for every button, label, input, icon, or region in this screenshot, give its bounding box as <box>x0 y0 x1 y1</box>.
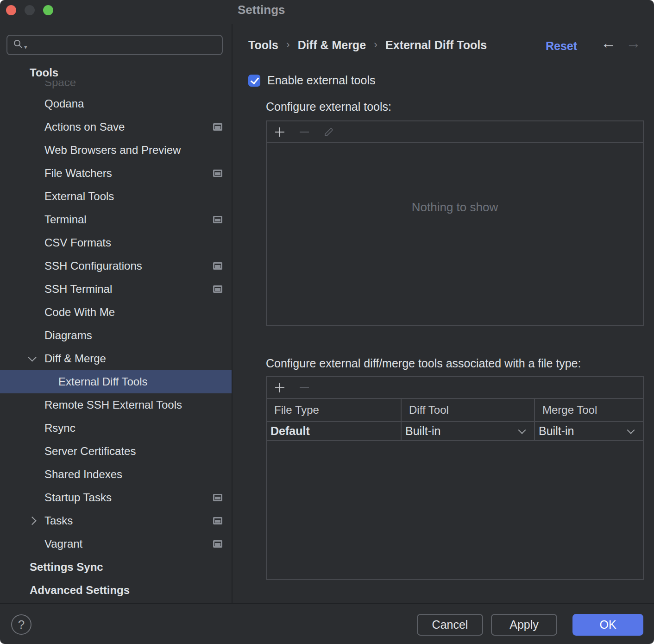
sidebar-item-terminal[interactable]: Terminal <box>0 208 232 231</box>
project-screen-icon <box>213 494 222 501</box>
project-screen-icon <box>213 285 222 293</box>
window-zoom-button[interactable] <box>43 5 53 15</box>
footer-divider <box>0 603 654 604</box>
sidebar-item-external-tools[interactable]: External Tools <box>0 185 232 208</box>
sidebar-item-qodana[interactable]: Qodana <box>0 92 232 115</box>
sidebar-item-label: SSH Terminal <box>44 283 112 296</box>
sidebar-item-label: File Watchers <box>44 167 112 180</box>
breadcrumb-item-tools[interactable]: Tools <box>248 38 278 52</box>
sidebar-item-label: External Diff Tools <box>58 375 148 388</box>
sidebar-item-label: External Tools <box>44 190 114 203</box>
sidebar-item-label: Startup Tasks <box>44 491 112 504</box>
sidebar-item-label: Remote SSH External Tools <box>44 398 182 411</box>
diff-tool-dropdown[interactable]: Built-in <box>401 422 534 440</box>
sidebar-item-label: Server Certificates <box>44 445 136 458</box>
project-screen-icon <box>213 216 222 223</box>
chevron-down-icon <box>627 426 635 434</box>
remove-button[interactable] <box>298 382 310 394</box>
sidebar-item-code-with-me[interactable]: Code With Me <box>0 301 232 324</box>
window-close-button[interactable] <box>6 5 16 15</box>
sidebar-tree: ToolsSpaceQodanaActions on SaveWeb Brows… <box>0 65 232 602</box>
project-screen-icon <box>213 540 222 548</box>
sidebar-item-ssh-configurations[interactable]: SSH Configurations <box>0 254 232 278</box>
column-header-file-type: File Type <box>267 399 401 421</box>
breadcrumb: Tools›Diff & Merge›External Diff Tools <box>248 38 487 52</box>
sidebar-item-label: Shared Indexes <box>44 468 122 481</box>
edit-button[interactable] <box>323 126 335 138</box>
table-row: DefaultBuilt-inBuilt-in <box>267 422 643 441</box>
breadcrumb-item-diff-merge[interactable]: Diff & Merge <box>298 38 366 52</box>
project-screen-icon <box>213 517 222 524</box>
sidebar-item-vagrant[interactable]: Vagrant <box>0 532 232 556</box>
table-header-row: File TypeDiff ToolMerge Tool <box>267 399 643 422</box>
sidebar-item-diff-merge[interactable]: Diff & Merge <box>0 347 232 370</box>
sidebar-item-shared-indexes[interactable]: Shared Indexes <box>0 463 232 486</box>
reset-link[interactable]: Reset <box>546 39 577 53</box>
sidebar-item-label: Diff & Merge <box>44 352 106 365</box>
back-arrow-icon[interactable]: ← <box>601 34 616 52</box>
sidebar-item-label: Advanced Settings <box>30 584 130 597</box>
sidebar-item-ssh-terminal[interactable]: SSH Terminal <box>0 278 232 301</box>
search-input[interactable] <box>29 38 222 51</box>
enable-external-tools-label: Enable external tools <box>267 74 375 87</box>
sidebar-item-label: Code With Me <box>44 306 115 319</box>
cell-value: Built-in <box>405 424 440 438</box>
external-tools-toolbar <box>267 121 643 143</box>
help-icon: ? <box>18 618 25 632</box>
project-screen-icon <box>213 123 222 131</box>
column-header-merge-tool: Merge Tool <box>534 399 643 421</box>
remove-button[interactable] <box>298 126 310 138</box>
sidebar-item-remote-ssh-external-tools[interactable]: Remote SSH External Tools <box>0 393 232 417</box>
sidebar-item-space[interactable]: Space <box>0 81 232 92</box>
sidebar-item-tools[interactable]: Tools <box>0 65 232 81</box>
window-minimize-button[interactable] <box>25 5 35 15</box>
configure-external-tools-label: Configure external tools: <box>266 100 391 114</box>
sidebar-item-rsync[interactable]: Rsync <box>0 417 232 440</box>
file-type-toolbar <box>267 377 643 399</box>
cell-value: Built-in <box>539 424 574 438</box>
column-header-diff-tool: Diff Tool <box>401 399 534 421</box>
ok-button[interactable]: OK <box>572 614 643 636</box>
sidebar-item-server-certificates[interactable]: Server Certificates <box>0 440 232 463</box>
sidebar-item-web-browsers-and-preview[interactable]: Web Browsers and Preview <box>0 139 232 162</box>
sidebar-item-label: CSV Formats <box>44 236 111 249</box>
sidebar-item-settings-sync[interactable]: Settings Sync <box>0 556 232 579</box>
breadcrumb-separator-icon: › <box>286 38 290 51</box>
breadcrumb-separator-icon: › <box>374 38 377 51</box>
empty-list-text: Nothing to show <box>267 200 643 215</box>
chevron-down-icon[interactable] <box>28 353 36 361</box>
merge-tool-dropdown[interactable]: Built-in <box>534 422 643 440</box>
sidebar-item-actions-on-save[interactable]: Actions on Save <box>0 115 232 139</box>
add-button[interactable] <box>274 126 286 138</box>
sidebar-item-diagrams[interactable]: Diagrams <box>0 324 232 347</box>
sidebar-item-label: Settings Sync <box>30 561 103 574</box>
sidebar-item-label: Tools <box>30 66 58 79</box>
sidebar-item-label: Tasks <box>44 514 73 527</box>
file-type-tools-panel: File TypeDiff ToolMerge Tool DefaultBuil… <box>266 376 644 580</box>
add-button[interactable] <box>274 382 286 394</box>
sidebar-item-tasks[interactable]: Tasks <box>0 509 232 532</box>
enable-external-tools-checkbox[interactable] <box>248 75 260 87</box>
table-body: DefaultBuilt-inBuilt-in <box>267 422 643 441</box>
sidebar-item-label: Rsync <box>44 422 75 435</box>
sidebar-item-startup-tasks[interactable]: Startup Tasks <box>0 486 232 509</box>
search-icon <box>13 38 24 51</box>
sidebar-item-label: Web Browsers and Preview <box>44 144 181 157</box>
cancel-button[interactable]: Cancel <box>417 614 483 636</box>
breadcrumb-item-external-diff-tools[interactable]: External Diff Tools <box>385 38 487 52</box>
chevron-down-icon <box>518 426 526 434</box>
sidebar-item-label: SSH Configurations <box>44 259 142 272</box>
sidebar-item-label: Terminal <box>44 213 87 226</box>
search-history-caret-icon[interactable]: ▾ <box>24 44 27 51</box>
sidebar-item-label: Actions on Save <box>44 120 125 133</box>
sidebar-item-csv-formats[interactable]: CSV Formats <box>0 231 232 254</box>
chevron-right-icon[interactable] <box>28 517 36 525</box>
sidebar-item-advanced-settings[interactable]: Advanced Settings <box>0 579 232 602</box>
settings-search-field[interactable]: ▾ <box>6 35 223 55</box>
apply-button[interactable]: Apply <box>491 614 557 636</box>
project-screen-icon <box>213 170 222 177</box>
sidebar-item-label: Qodana <box>44 97 84 110</box>
help-button[interactable]: ? <box>11 614 31 635</box>
sidebar-item-external-diff-tools[interactable]: External Diff Tools <box>0 370 232 393</box>
sidebar-item-file-watchers[interactable]: File Watchers <box>0 162 232 185</box>
